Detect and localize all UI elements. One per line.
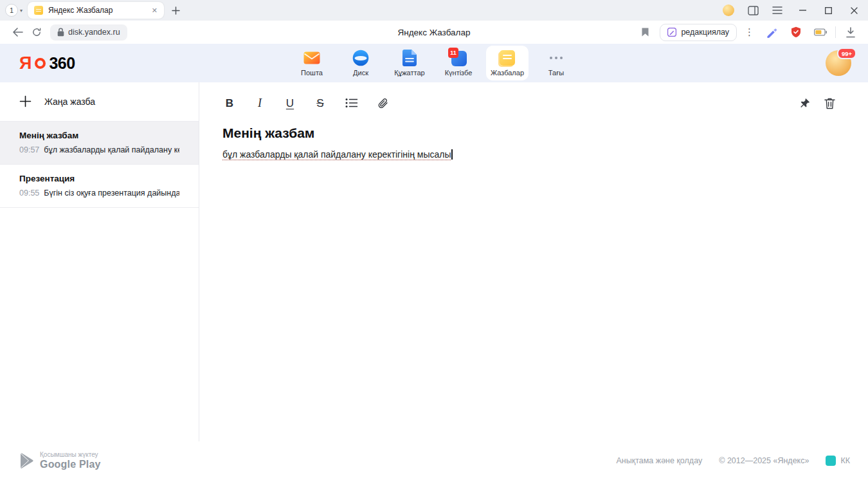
note-item-snippet: бұл жазбаларды қалай пайдалану ке… (44, 145, 179, 154)
tab-group-indicator[interactable]: 1 ▾ (5, 4, 23, 17)
app-label-more: Тағы (548, 69, 564, 77)
more-icon (548, 50, 565, 66)
edit-mode-button[interactable]: редакциялау (660, 24, 737, 41)
window-panels-icon (748, 6, 759, 15)
note-body-text: бұл жазбаларды қалай пайдалану керектігі… (222, 149, 451, 160)
avatar[interactable]: 99+ (826, 50, 851, 76)
reload-button[interactable] (27, 23, 46, 41)
maximize-button[interactable] (815, 1, 841, 20)
delete-button[interactable] (822, 95, 837, 111)
help-link[interactable]: Анықтама және қолдау (617, 456, 703, 465)
browser-toolbar: disk.yandex.ru Яндекс Жазбалар редакциял… (0, 21, 868, 44)
app-tab-calendar[interactable]: 11 Күнтізбе (437, 46, 480, 80)
pen-icon (766, 26, 777, 38)
format-underline-button[interactable]: U (283, 98, 297, 109)
plus-icon (19, 95, 32, 107)
kebab-menu-icon[interactable]: ⋮ (742, 26, 757, 38)
app-tab-disk[interactable]: Диск (339, 46, 382, 80)
editor-actions (797, 95, 837, 111)
language-switcher[interactable]: КК (826, 456, 850, 466)
calendar-date-badge: 11 (448, 48, 458, 58)
format-italic-button[interactable]: I (253, 97, 267, 109)
new-tab-button[interactable] (167, 1, 185, 19)
note-item-title: Менің жазбам (19, 131, 179, 140)
pin-button[interactable] (797, 95, 812, 111)
address-bar[interactable]: disk.yandex.ru (50, 24, 127, 41)
note-list-item[interactable]: Презентация 09:55 Бүгін сіз оқуға презен… (0, 165, 199, 208)
notes-favicon-icon (34, 6, 43, 15)
profile-emoji-icon[interactable] (716, 1, 741, 19)
tab-close-icon[interactable]: ✕ (150, 6, 159, 15)
format-bold-button[interactable]: B (222, 98, 237, 109)
plus-icon (172, 6, 180, 15)
back-button[interactable] (8, 23, 27, 41)
browser-tab[interactable]: Яндекс Жазбалар ✕ (28, 2, 164, 19)
logo-ring-icon (35, 58, 46, 69)
minimize-icon (799, 10, 806, 11)
notification-badge: 99+ (837, 48, 856, 59)
lock-icon (57, 28, 64, 37)
new-note-button[interactable]: Жаңа жазба (0, 82, 199, 122)
panels-icon[interactable] (741, 1, 765, 19)
browser-window: 1 ▾ Яндекс Жазбалар ✕ (0, 0, 868, 480)
battery-extension-button[interactable] (811, 23, 830, 41)
list-button[interactable] (343, 95, 359, 111)
main-content: Жаңа жазба Менің жазбам 09:57 бұл жазбал… (0, 82, 868, 441)
text-caret (451, 149, 453, 160)
toolbar-divider (835, 26, 836, 38)
browser-tab-bar: 1 ▾ Яндекс Жазбалар ✕ (0, 0, 868, 21)
reload-icon (32, 27, 42, 37)
editor-toolbar: B I U S (222, 91, 837, 115)
download-button[interactable] (841, 23, 860, 41)
yandex-360-logo[interactable]: Я 360 (19, 55, 75, 72)
hamburger-icon (772, 6, 782, 14)
google-play-link[interactable]: Қосымшаны жүктеу Google Play (19, 451, 101, 470)
attach-button[interactable] (375, 95, 390, 111)
app-tab-more[interactable]: Тағы (535, 46, 577, 80)
edit-mode-label: редакциялау (681, 28, 729, 37)
pin-icon (799, 97, 811, 109)
app-tab-documents[interactable]: Құжаттар (388, 46, 431, 80)
copyright: © 2012—2025 «Яндекс» (719, 456, 809, 465)
bullet-list-icon (345, 98, 357, 108)
bookmark-icon (641, 27, 649, 37)
note-list-item[interactable]: Менің жазбам 09:57 бұл жазбаларды қалай … (0, 122, 199, 165)
logo-letter: Я (19, 55, 32, 72)
notes-icon (499, 50, 516, 66)
app-label-documents: Құжаттар (394, 69, 424, 77)
google-play-icon (19, 453, 33, 468)
bookmark-button[interactable] (635, 23, 655, 41)
tab-title: Яндекс Жазбалар (48, 6, 145, 15)
app-label-notes: Жазбалар (491, 69, 524, 77)
download-app-caption: Қосымшаны жүктеу (40, 451, 101, 458)
logo-360-text: 360 (49, 55, 75, 71)
download-icon (845, 27, 856, 38)
pen-extension-button[interactable] (762, 23, 781, 41)
yandex360-header: Я 360 Пошта Диск Құжаттар (0, 44, 868, 82)
note-title[interactable]: Менің жазбам (222, 125, 837, 141)
note-item-title: Презентация (19, 174, 179, 183)
new-note-label: Жаңа жазба (44, 97, 95, 107)
footer-right-group: Анықтама және қолдау © 2012—2025 «Яндекс… (617, 456, 850, 466)
google-play-text: Қосымшаны жүктеу Google Play (40, 451, 101, 470)
note-item-subline: 09:55 Бүгін сіз оқуға презентация дайынд… (19, 189, 179, 198)
toolbar-right-group: редакциялау ⋮ (635, 23, 860, 41)
app-tab-mail[interactable]: Пошта (291, 46, 333, 80)
tab-group-count: 1 (5, 4, 18, 17)
shield-icon (791, 26, 801, 38)
format-strikethrough-button[interactable]: S (313, 98, 327, 109)
menu-icon[interactable] (765, 1, 790, 19)
notes-sidebar: Жаңа жазба Менің жазбам 09:57 бұл жазбал… (0, 82, 199, 441)
app-label-disk: Диск (353, 69, 368, 77)
url-domain: disk.yandex.ru (68, 28, 120, 37)
shield-extension-button[interactable] (786, 23, 806, 41)
app-tab-notes[interactable]: Жазбалар (486, 46, 529, 80)
note-item-subline: 09:57 бұл жазбаларды қалай пайдалану ке… (19, 145, 179, 154)
note-body[interactable]: бұл жазбаларды қалай пайдалану керектігі… (222, 149, 837, 160)
note-item-time: 09:57 (19, 145, 39, 154)
note-item-snippet: Бүгін сіз оқуға презентация дайында… (44, 189, 179, 198)
minimize-button[interactable] (790, 1, 815, 20)
edit-mode-icon (667, 28, 676, 37)
trash-icon (824, 97, 835, 109)
close-button[interactable] (841, 1, 867, 20)
